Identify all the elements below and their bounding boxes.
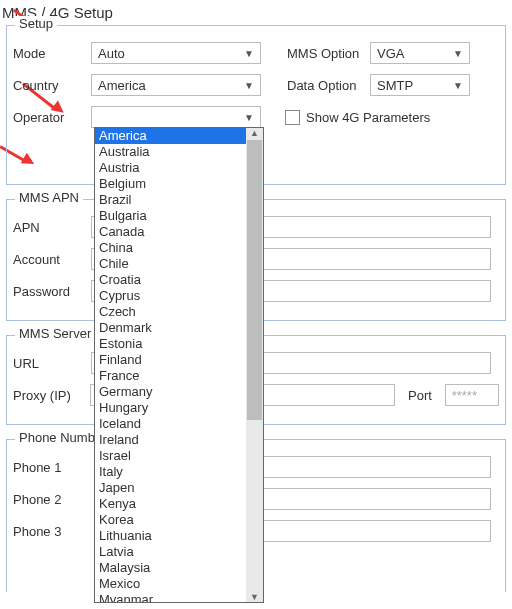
password-label: Password (13, 284, 83, 299)
operator-label: Operator (13, 110, 83, 125)
data-option-combo[interactable]: SMTP ▼ (370, 74, 470, 96)
show-4g-checkbox[interactable] (285, 110, 300, 125)
country-option[interactable]: Estonia (95, 336, 246, 352)
port-label: Port (403, 388, 436, 403)
country-option[interactable]: Germany (95, 384, 246, 400)
country-option[interactable]: Australia (95, 144, 246, 160)
mode-combo[interactable]: Auto ▼ (91, 42, 261, 64)
country-option[interactable]: Bulgaria (95, 208, 246, 224)
country-option[interactable]: Japen (95, 480, 246, 496)
server-legend: MMS Server (15, 326, 95, 341)
setup-legend: Setup (15, 16, 57, 31)
dropdown-scrollbar[interactable]: ▲ ▼ (246, 128, 263, 602)
proxy-label: Proxy (IP) (13, 388, 82, 403)
country-option[interactable]: Chile (95, 256, 246, 272)
country-option[interactable]: Korea (95, 512, 246, 528)
phone2-label: Phone 2 (13, 492, 83, 507)
country-combo[interactable]: America ▼ (91, 74, 261, 96)
country-option[interactable]: Israel (95, 448, 246, 464)
page-title: MMS / 4G Setup (0, 0, 512, 25)
data-option-label: Data Option (287, 78, 362, 93)
chevron-down-icon: ▼ (453, 80, 463, 91)
chevron-down-icon: ▼ (244, 48, 254, 59)
account-label: Account (13, 252, 83, 267)
country-option[interactable]: Croatia (95, 272, 246, 288)
country-option[interactable]: Italy (95, 464, 246, 480)
mms-option-value: VGA (377, 46, 404, 61)
mms-option-label: MMS Option (287, 46, 362, 61)
chevron-down-icon: ▼ (453, 48, 463, 59)
country-option[interactable]: Latvia (95, 544, 246, 560)
data-option-value: SMTP (377, 78, 413, 93)
country-dropdown-list[interactable]: AmericaAustraliaAustriaBelgiumBrazilBulg… (94, 127, 264, 603)
country-option[interactable]: France (95, 368, 246, 384)
country-option[interactable]: Brazil (95, 192, 246, 208)
phone2-input[interactable] (241, 488, 491, 510)
apn-legend: MMS APN (15, 190, 83, 205)
country-option[interactable]: Belgium (95, 176, 246, 192)
country-option[interactable]: Iceland (95, 416, 246, 432)
country-option[interactable]: China (95, 240, 246, 256)
chevron-down-icon: ▼ (244, 80, 254, 91)
country-option[interactable]: Czech (95, 304, 246, 320)
mode-value: Auto (98, 46, 125, 61)
country-option[interactable]: Mexico (95, 576, 246, 592)
phone3-input[interactable] (241, 520, 491, 542)
scroll-thumb[interactable] (247, 140, 262, 420)
scroll-down-icon[interactable]: ▼ (250, 592, 259, 602)
apn-label: APN (13, 220, 83, 235)
scroll-up-icon[interactable]: ▲ (250, 128, 259, 138)
country-label: Country (13, 78, 83, 93)
country-option[interactable]: Myanmar (95, 592, 246, 602)
country-value: America (98, 78, 146, 93)
url-label: URL (13, 356, 83, 371)
country-option[interactable]: Malaysia (95, 560, 246, 576)
phone3-label: Phone 3 (13, 524, 83, 539)
country-option[interactable]: Ireland (95, 432, 246, 448)
country-option[interactable]: America (95, 128, 246, 144)
country-option[interactable]: Denmark (95, 320, 246, 336)
mms-option-combo[interactable]: VGA ▼ (370, 42, 470, 64)
show-4g-label: Show 4G Parameters (306, 110, 430, 125)
country-option[interactable]: Canada (95, 224, 246, 240)
phone1-input[interactable] (241, 456, 491, 478)
country-option[interactable]: Finland (95, 352, 246, 368)
mode-label: Mode (13, 46, 83, 61)
country-option[interactable]: Lithuania (95, 528, 246, 544)
operator-combo[interactable]: ▼ (91, 106, 261, 128)
country-option[interactable]: Hungary (95, 400, 246, 416)
phone1-label: Phone 1 (13, 460, 83, 475)
chevron-down-icon: ▼ (244, 112, 254, 123)
country-option[interactable]: Kenya (95, 496, 246, 512)
port-input[interactable]: ***** (445, 384, 499, 406)
country-option[interactable]: Austria (95, 160, 246, 176)
country-option[interactable]: Cyprus (95, 288, 246, 304)
